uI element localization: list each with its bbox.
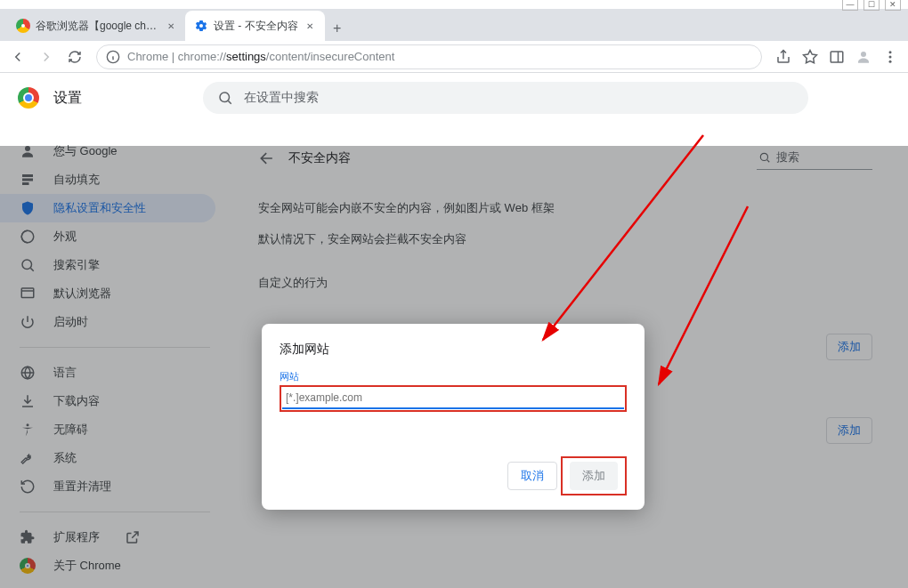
settings-icon: [194, 19, 208, 33]
search-icon: [217, 90, 233, 106]
svg-point-7: [220, 93, 230, 102]
browser-tab[interactable]: 谷歌浏览器【google chrome】 ✕: [7, 11, 185, 41]
new-tab-button[interactable]: +: [325, 16, 350, 41]
svg-line-8: [228, 101, 231, 103]
svg-point-6: [889, 60, 892, 62]
menu-button[interactable]: [878, 44, 903, 69]
cancel-button[interactable]: 取消: [507, 462, 557, 490]
reload-button[interactable]: [62, 44, 87, 69]
window-min-button[interactable]: —: [842, 0, 858, 11]
dialog-buttons: 取消 添加: [280, 456, 627, 495]
nav-forward-button[interactable]: [34, 44, 59, 69]
settings-search[interactable]: 在设置中搜索: [203, 82, 808, 114]
close-icon[interactable]: ✕: [304, 20, 316, 32]
svg-rect-1: [831, 52, 843, 62]
dialog-title: 添加网站: [280, 342, 627, 358]
site-url-input[interactable]: [282, 388, 624, 409]
share-button[interactable]: [771, 44, 796, 69]
svg-point-5: [889, 55, 892, 58]
bookmark-button[interactable]: [798, 44, 823, 69]
search-placeholder: 在设置中搜索: [244, 90, 319, 106]
chrome-icon: [16, 19, 30, 33]
add-site-dialog: 添加网站 网站 取消 添加: [262, 324, 645, 510]
url-text: Chrome | chrome://settings/content/insec…: [127, 50, 394, 63]
tab-strip: 谷歌浏览器【google chrome】 ✕ 设置 - 不安全内容 ✕ +: [0, 9, 908, 41]
browser-tab[interactable]: 设置 - 不安全内容 ✕: [185, 11, 325, 41]
window-close-button[interactable]: ✕: [885, 0, 901, 11]
tab-title: 设置 - 不安全内容: [214, 19, 298, 34]
page-title: 设置: [53, 89, 82, 108]
confirm-button[interactable]: 添加: [570, 462, 618, 490]
profile-button[interactable]: [851, 44, 876, 69]
browser-toolbar: Chrome | chrome://settings/content/insec…: [0, 41, 908, 73]
svg-point-3: [861, 52, 866, 57]
settings-page: 设置 在设置中搜索 您与 Google 自动填充 隐私设置和安全性 外观 搜索引…: [0, 73, 908, 588]
nav-back-button[interactable]: [5, 44, 30, 69]
window-titlebar: — ☐ ✕: [0, 0, 908, 9]
dialog-field-label: 网站: [280, 370, 627, 383]
tab-title: 谷歌浏览器【google chrome】: [36, 19, 160, 34]
page-header: 设置 在设置中搜索: [0, 73, 908, 123]
chrome-icon: [18, 87, 39, 109]
svg-point-4: [889, 51, 892, 53]
window-max-button[interactable]: ☐: [863, 0, 880, 11]
input-highlight: [280, 385, 627, 412]
close-icon[interactable]: ✕: [166, 20, 176, 32]
sidepanel-button[interactable]: [824, 44, 849, 69]
chrome-info-icon: [106, 50, 120, 64]
address-bar[interactable]: Chrome | chrome://settings/content/insec…: [96, 44, 762, 69]
confirm-highlight: 添加: [561, 456, 627, 495]
